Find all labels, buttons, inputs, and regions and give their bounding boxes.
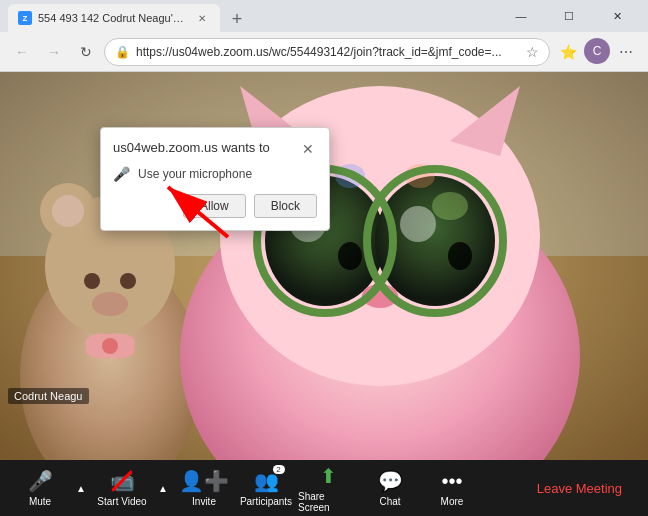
window-controls: — ☐ ✕ — [498, 0, 640, 32]
participants-icon-container: 👥 2 — [254, 469, 279, 493]
share-label: Share Screen — [298, 491, 358, 513]
title-bar: Z 554 493 142 Codrut Neagu's Zo... ✕ + —… — [0, 0, 648, 32]
microphone-icon: 🎤 — [113, 166, 130, 182]
browser-window: Z 554 493 142 Codrut Neagu's Zo... ✕ + —… — [0, 0, 648, 516]
popup-buttons: Allow Block — [113, 194, 317, 218]
minimize-button[interactable]: — — [498, 0, 544, 32]
refresh-button[interactable]: ↻ — [72, 38, 100, 66]
video-icon-container: 📹 — [110, 469, 135, 493]
close-button[interactable]: ✕ — [594, 0, 640, 32]
menu-button[interactable]: ⋯ — [612, 38, 640, 66]
active-tab[interactable]: Z 554 493 142 Codrut Neagu's Zo... ✕ — [8, 4, 220, 32]
tab-title: 554 493 142 Codrut Neagu's Zo... — [38, 12, 188, 24]
leave-meeting-button[interactable]: Leave Meeting — [521, 473, 638, 504]
svg-point-10 — [120, 273, 136, 289]
svg-point-7 — [52, 195, 84, 227]
more-button[interactable]: ••• More — [422, 464, 482, 512]
participants-badge: 2 — [273, 465, 285, 474]
video-label: Start Video — [97, 496, 146, 507]
start-video-button[interactable]: 📹 Start Video — [92, 464, 152, 512]
allow-button[interactable]: Allow — [183, 194, 246, 218]
url-text: https://us04web.zoom.us/wc/554493142/joi… — [136, 45, 520, 59]
svg-point-23 — [338, 242, 362, 270]
mute-button[interactable]: 🎤 Mute — [10, 464, 70, 512]
profile-button[interactable]: C — [584, 38, 610, 64]
browser-toolbar: ⭐ C ⋯ — [554, 38, 640, 66]
address-bar: ← → ↻ 🔒 https://us04web.zoom.us/wc/55449… — [0, 32, 648, 72]
permission-text: Use your microphone — [138, 167, 252, 181]
back-button[interactable]: ← — [8, 38, 36, 66]
toolbar-left: 🎤 Mute ▲ 📹 Start Video ▲ 👤➕ Invite — [10, 464, 482, 512]
svg-point-24 — [448, 242, 472, 270]
maximize-button[interactable]: ☐ — [546, 0, 592, 32]
mute-icon: 🎤 — [28, 469, 53, 493]
invite-button[interactable]: 👤➕ Invite — [174, 464, 234, 512]
address-input[interactable]: 🔒 https://us04web.zoom.us/wc/554493142/j… — [104, 38, 550, 66]
participants-button[interactable]: 👥 2 Participants — [236, 464, 296, 512]
svg-point-14 — [102, 338, 118, 354]
share-screen-icon: ⬆ — [320, 464, 337, 488]
tab-strip: Z 554 493 142 Codrut Neagu's Zo... ✕ + — [8, 0, 494, 32]
more-label: More — [441, 496, 464, 507]
permission-popup: us04web.zoom.us wants to ✕ 🎤 Use your mi… — [100, 127, 330, 231]
popup-header: us04web.zoom.us wants to ✕ — [113, 140, 317, 158]
tab-favicon: Z — [18, 11, 32, 25]
svg-point-9 — [84, 273, 100, 289]
svg-point-22 — [400, 206, 436, 242]
mute-caret[interactable]: ▲ — [72, 464, 90, 512]
forward-button[interactable]: → — [40, 38, 68, 66]
bookmark-icon[interactable]: ☆ — [526, 44, 539, 60]
lock-icon: 🔒 — [115, 45, 130, 59]
block-button[interactable]: Block — [254, 194, 317, 218]
participant-name-label: Codrut Neagu — [8, 388, 89, 404]
chat-button[interactable]: 💬 Chat — [360, 464, 420, 512]
svg-point-11 — [92, 292, 128, 316]
participants-label: Participants — [240, 496, 292, 507]
svg-point-27 — [432, 192, 468, 220]
chat-label: Chat — [379, 496, 400, 507]
invite-label: Invite — [192, 496, 216, 507]
permission-row: 🎤 Use your microphone — [113, 166, 317, 182]
video-caret[interactable]: ▲ — [154, 464, 172, 512]
content-area: Codrut Neagu us04web.zoom.us wants to ✕ … — [0, 72, 648, 460]
invite-icon: 👤➕ — [179, 469, 229, 493]
more-icon: ••• — [441, 470, 462, 493]
share-screen-button[interactable]: ⬆ Share Screen — [298, 464, 358, 512]
mute-label: Mute — [29, 496, 51, 507]
new-tab-button[interactable]: + — [224, 6, 250, 32]
popup-close-button[interactable]: ✕ — [299, 140, 317, 158]
chat-icon: 💬 — [378, 469, 403, 493]
popup-title: us04web.zoom.us wants to — [113, 140, 270, 155]
extensions-button[interactable]: ⭐ — [554, 38, 582, 66]
bottom-toolbar: 🎤 Mute ▲ 📹 Start Video ▲ 👤➕ Invite — [0, 460, 648, 516]
tab-close-button[interactable]: ✕ — [194, 10, 210, 26]
